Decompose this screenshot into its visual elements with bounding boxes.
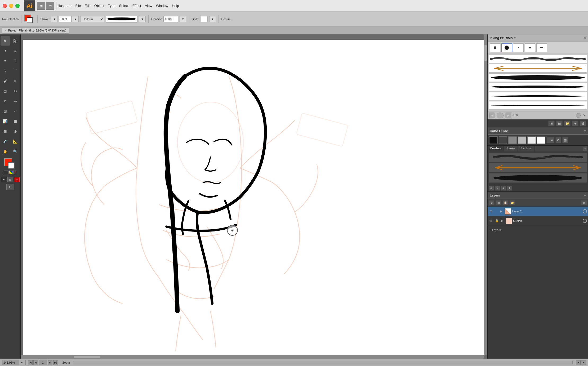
stroke-tab[interactable]: Stroke bbox=[504, 146, 518, 151]
lasso-tool-btn[interactable]: ⌾ bbox=[11, 46, 20, 56]
reflect-tool-btn[interactable]: ⇔ bbox=[11, 96, 20, 106]
scrollbar-thumb-v[interactable] bbox=[484, 45, 487, 61]
vertical-scrollbar[interactable] bbox=[484, 34, 487, 355]
menu-help[interactable]: Help bbox=[172, 4, 179, 8]
panel-icon-5[interactable]: 🗑 bbox=[580, 120, 586, 126]
brush-preset-round[interactable] bbox=[490, 43, 500, 52]
symbols-tab[interactable]: Symbols bbox=[518, 146, 534, 151]
menu-effect[interactable]: Effect bbox=[132, 4, 141, 8]
brush-item-3[interactable] bbox=[489, 73, 587, 82]
zoom-tool-btn[interactable]: 🔍 bbox=[11, 147, 20, 156]
selection-tool-btn[interactable] bbox=[1, 36, 10, 46]
stroke-decrease-btn[interactable]: ▼ bbox=[51, 16, 58, 22]
zoom-dropdown-arrow[interactable]: ▼ bbox=[20, 361, 23, 364]
layers-collapse-btn[interactable]: ≡ bbox=[584, 194, 586, 197]
menu-select[interactable]: Select bbox=[119, 4, 129, 8]
minimize-button[interactable] bbox=[9, 4, 13, 8]
brush-preset-dot-small[interactable] bbox=[513, 43, 524, 52]
panel-icon-4[interactable]: ⊕ bbox=[572, 120, 578, 126]
stroke-swatch-small[interactable] bbox=[27, 17, 33, 23]
canvas[interactable]: + bbox=[23, 40, 484, 355]
none-mode-btn[interactable]: ⊘ bbox=[14, 177, 20, 182]
cg-swatch-white[interactable] bbox=[527, 136, 536, 144]
menu-file[interactable]: File bbox=[75, 4, 81, 8]
cg-swatch-dark[interactable] bbox=[499, 136, 507, 144]
measure-tool-btn[interactable]: 📐 bbox=[11, 137, 20, 146]
pencil-tool-btn[interactable]: ✏ bbox=[11, 76, 20, 86]
opacity-dropdown-btn[interactable]: ▼ bbox=[180, 16, 186, 22]
sketch-lock[interactable]: 🔒 bbox=[495, 218, 499, 223]
drawing-mode-btn[interactable]: ⊡ bbox=[6, 184, 14, 190]
color-guide-settings-btn[interactable]: ⚙ bbox=[555, 137, 561, 143]
arc-tool-btn[interactable]: ⌒ bbox=[11, 66, 20, 76]
panel-icon-2[interactable]: ▦ bbox=[556, 120, 563, 126]
graph-tool-btn[interactable]: 📊 bbox=[1, 117, 10, 126]
brush-item-2[interactable] bbox=[489, 64, 587, 73]
none-fill-swatch[interactable] bbox=[13, 171, 17, 174]
window-mode-icon[interactable]: ▤ bbox=[46, 2, 54, 10]
line-tool-btn[interactable]: \ bbox=[1, 66, 10, 76]
pen-tool-btn[interactable]: ✒ bbox=[1, 56, 10, 66]
stroke-width-input[interactable] bbox=[58, 16, 72, 22]
free-transform-btn[interactable]: ⊞ bbox=[1, 127, 10, 136]
style-swatch[interactable] bbox=[201, 16, 208, 22]
brush-preset-dot-med[interactable] bbox=[525, 43, 535, 52]
cg-swatch-gray[interactable] bbox=[508, 136, 517, 144]
menu-object[interactable]: Object bbox=[94, 4, 104, 8]
brush-right-item-1[interactable] bbox=[489, 153, 587, 162]
cg-swatch-black[interactable] bbox=[489, 136, 498, 144]
brush-preset-dot-large[interactable] bbox=[536, 43, 547, 52]
color-guide-expand-btn[interactable]: ▤ bbox=[562, 137, 568, 143]
panel-icon-3[interactable]: 📁 bbox=[564, 120, 571, 126]
brushes-footer-btn-1[interactable]: ⊕ bbox=[489, 186, 494, 191]
nav-first-btn[interactable]: |◀ bbox=[28, 360, 33, 365]
type-tool-btn[interactable]: T bbox=[11, 56, 20, 66]
menu-window[interactable]: Window bbox=[156, 4, 168, 8]
menu-illustrator[interactable]: Illustrator bbox=[57, 4, 72, 8]
stroke-increase-btn[interactable]: ▲ bbox=[72, 16, 79, 22]
layer-row-2[interactable]: 👁 ▶ Layer 2 bbox=[488, 207, 588, 216]
color-guide-dropdown[interactable] bbox=[546, 137, 554, 143]
menu-view[interactable]: View bbox=[145, 4, 152, 8]
panel-icon-1[interactable]: ⊞ bbox=[548, 120, 555, 126]
statusbar-nav-btn-2[interactable]: ▶ bbox=[581, 360, 586, 365]
cg-swatch-pure-white[interactable] bbox=[537, 136, 545, 144]
nav-last-btn[interactable]: ▶| bbox=[53, 360, 58, 365]
color-mode-btn[interactable]: ■ bbox=[1, 177, 7, 182]
brush-preset-filled[interactable] bbox=[501, 43, 512, 52]
layers-arrange-btn[interactable]: ▦ bbox=[496, 200, 501, 206]
brush-preview-toolbar[interactable] bbox=[106, 16, 137, 23]
brushes-footer-btn-2[interactable]: ✎ bbox=[495, 186, 500, 191]
menu-type[interactable]: Type bbox=[108, 4, 115, 8]
inking-brushes-close-btn[interactable]: ✕ bbox=[583, 36, 586, 40]
brush-right-item-3[interactable] bbox=[489, 173, 587, 183]
brushes-footer-btn-4[interactable]: 🗑 bbox=[507, 186, 512, 191]
sketch-expand[interactable]: ▶ bbox=[500, 219, 505, 223]
layers-new-btn[interactable]: 📋 bbox=[502, 200, 508, 206]
nav-next-btn[interactable]: ▶ bbox=[48, 360, 52, 365]
brushes-panel-settings[interactable]: ≡ bbox=[583, 146, 587, 151]
layer-2-target[interactable] bbox=[583, 209, 587, 213]
layer-2-eye[interactable]: 👁 bbox=[489, 209, 493, 214]
document-tab[interactable]: × Project_File.ai* @ 146.96% (CMYK/Previ… bbox=[2, 27, 69, 34]
warp-tool-btn[interactable]: ≈ bbox=[11, 106, 20, 116]
layers-find-btn[interactable]: ⊕ bbox=[489, 200, 495, 206]
none-swatch[interactable] bbox=[4, 171, 8, 174]
brush-item-4[interactable] bbox=[489, 83, 587, 91]
opacity-input[interactable] bbox=[163, 16, 178, 22]
sketch-target[interactable] bbox=[583, 219, 587, 223]
brush-right-item-2[interactable] bbox=[489, 163, 587, 172]
zoom-input[interactable] bbox=[2, 360, 19, 365]
layers-folder-btn[interactable]: 📁 bbox=[509, 200, 515, 206]
brush-item-1[interactable] bbox=[489, 55, 587, 63]
rotate-tool-btn[interactable]: ↺ bbox=[1, 96, 10, 106]
layer-2-expand[interactable]: ▶ bbox=[499, 209, 504, 213]
cg-swatch-light[interactable] bbox=[518, 136, 526, 144]
inking-brushes-collapse-btn[interactable]: ≡ bbox=[514, 36, 516, 40]
inking-brushes-nav-circle[interactable] bbox=[497, 113, 504, 118]
magic-wand-tool-btn[interactable]: ✦ bbox=[1, 46, 10, 56]
paintbrush-tool-btn[interactable]: 🖌 bbox=[1, 76, 10, 86]
brush-item-5[interactable] bbox=[489, 92, 587, 100]
menu-edit[interactable]: Edit bbox=[84, 4, 90, 8]
brushes-footer-btn-3[interactable]: ⊞ bbox=[501, 186, 506, 191]
